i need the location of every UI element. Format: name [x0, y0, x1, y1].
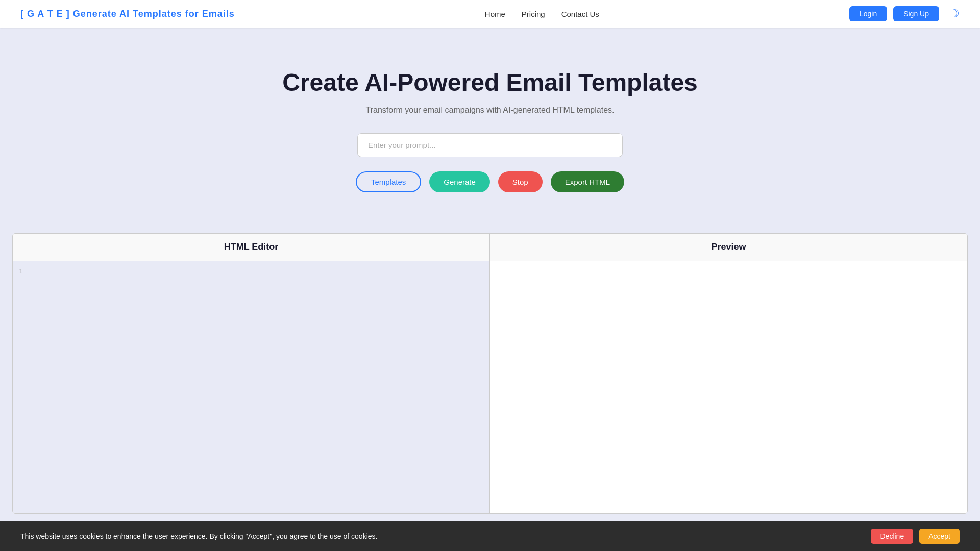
html-editor-panel: HTML Editor 1 — [13, 234, 490, 513]
hero-section: Create AI-Powered Email Templates Transf… — [0, 28, 980, 233]
preview-header: Preview — [490, 234, 967, 261]
nav-home[interactable]: Home — [485, 10, 505, 18]
nav-pricing[interactable]: Pricing — [522, 10, 545, 18]
theme-toggle-icon[interactable]: ☽ — [949, 7, 960, 20]
accept-button[interactable]: Accept — [919, 529, 960, 544]
login-button[interactable]: Login — [849, 6, 887, 21]
templates-button[interactable]: Templates — [356, 171, 421, 192]
decline-button[interactable]: Decline — [871, 529, 913, 544]
prompt-input[interactable] — [357, 133, 623, 157]
brand-logo[interactable]: [ G A T E ] Generate AI Templates for Em… — [20, 9, 235, 19]
cookie-banner: This website uses cookies to enhance the… — [0, 521, 980, 551]
navbar-actions: Login Sign Up ☽ — [849, 6, 960, 21]
stop-button[interactable]: Stop — [498, 171, 543, 192]
hero-subtitle: Transform your email campaigns with AI-g… — [10, 106, 970, 115]
cookie-buttons: Decline Accept — [871, 529, 960, 544]
editor-content: 1 — [13, 261, 489, 513]
editor-area: HTML Editor 1 Preview — [12, 233, 968, 514]
prompt-input-wrapper — [10, 133, 970, 157]
nav-contact[interactable]: Contact Us — [561, 10, 599, 18]
action-buttons: Templates Generate Stop Export HTML — [10, 171, 970, 192]
navbar: [ G A T E ] Generate AI Templates for Em… — [0, 0, 980, 28]
signup-button[interactable]: Sign Up — [893, 6, 939, 21]
hero-title: Create AI-Powered Email Templates — [10, 68, 970, 96]
html-editor-header: HTML Editor — [13, 234, 489, 261]
line-numbers: 1 — [19, 267, 29, 507]
html-textarea[interactable] — [29, 267, 483, 507]
generate-button[interactable]: Generate — [429, 171, 490, 192]
preview-panel: Preview — [490, 234, 967, 513]
cookie-message: This website uses cookies to enhance the… — [20, 532, 850, 540]
export-html-button[interactable]: Export HTML — [551, 171, 624, 192]
nav-links: Home Pricing Contact Us — [485, 10, 599, 18]
preview-content — [490, 261, 967, 513]
line-number-1: 1 — [19, 267, 23, 275]
